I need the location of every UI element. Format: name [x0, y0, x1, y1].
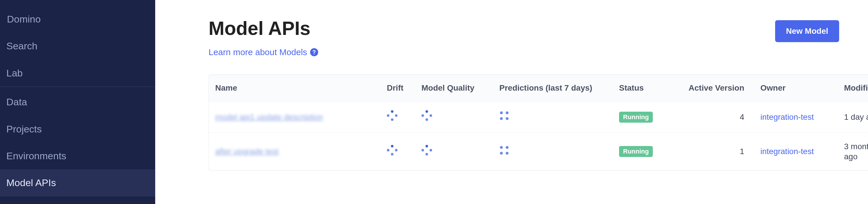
sidebar-item-environments[interactable]: Environments — [0, 143, 155, 169]
owner-link[interactable]: integration-test — [761, 113, 814, 121]
owner-link[interactable]: integration-test — [761, 147, 814, 156]
sidebar-item-projects[interactable]: Projects — [0, 116, 155, 143]
col-header-drift[interactable]: Drift — [380, 75, 415, 101]
col-header-status[interactable]: Status — [613, 75, 675, 101]
main-content: Model APIs Learn more about Models ? New… — [155, 0, 868, 204]
sidebar-item-model-apis[interactable]: Model APIs — [0, 169, 155, 196]
loading-icon — [422, 110, 433, 122]
learn-more-label: Learn more about Models — [209, 47, 307, 57]
loading-icon — [499, 111, 510, 121]
table-row: model api1 update description Running 4 … — [209, 101, 868, 133]
col-header-modified[interactable]: Modified — [838, 75, 868, 101]
models-table: Name Drift Model Quality Predictions (la… — [209, 75, 868, 171]
loading-icon — [387, 145, 398, 156]
table-row: after upgrade test Running 1 integration… — [209, 133, 868, 171]
page-title: Model APIs — [209, 17, 318, 39]
col-header-quality[interactable]: Model Quality — [415, 75, 493, 101]
status-badge: Running — [619, 112, 653, 123]
model-name-link[interactable]: after upgrade test — [215, 147, 278, 156]
sidebar-item-search[interactable]: Search — [0, 33, 155, 59]
col-header-predictions[interactable]: Predictions (last 7 days) — [493, 75, 613, 101]
active-version: 4 — [675, 101, 754, 133]
sidebar-divider — [0, 87, 155, 87]
status-badge: Running — [619, 146, 653, 157]
active-version: 1 — [675, 133, 754, 171]
sidebar-item-lab[interactable]: Lab — [0, 60, 155, 87]
modified-text: 3 months ago — [844, 142, 868, 161]
loading-icon — [387, 110, 398, 122]
loading-icon — [499, 145, 510, 156]
col-header-owner[interactable]: Owner — [754, 75, 838, 101]
learn-more-link[interactable]: Learn more about Models ? — [209, 47, 318, 57]
help-icon: ? — [310, 48, 318, 56]
col-header-name[interactable]: Name — [209, 75, 380, 101]
sidebar: Domino Search Lab Data Projects Environm… — [0, 0, 155, 204]
model-name-link[interactable]: model api1 update description — [215, 113, 323, 121]
modified-text: 1 day ago — [844, 113, 868, 121]
loading-icon — [422, 145, 433, 156]
col-header-version[interactable]: Active Version — [675, 75, 754, 101]
new-model-button[interactable]: New Model — [775, 20, 839, 42]
sidebar-item-data[interactable]: Data — [0, 89, 155, 115]
sidebar-item-domino[interactable]: Domino — [0, 6, 155, 33]
